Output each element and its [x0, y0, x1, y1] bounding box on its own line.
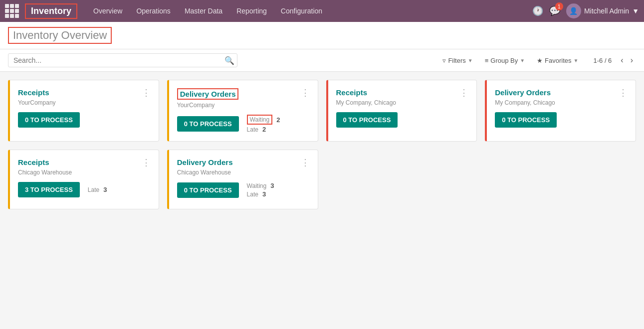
- card-company: YourCompany: [18, 99, 151, 106]
- card-title[interactable]: Receipts: [18, 158, 49, 166]
- card-company: My Company, Chicago: [336, 99, 469, 106]
- card-header: Receipts ⋮: [18, 88, 151, 97]
- card-company: Chicago Warehouse: [177, 169, 310, 176]
- nav-overview[interactable]: Overview: [87, 4, 128, 18]
- card-card-2: Delivery Orders ⋮ YourCompany 0 TO PROCE…: [167, 80, 318, 142]
- status-group: Waiting 2 Late 2: [247, 115, 280, 133]
- status-count: 3: [262, 190, 266, 198]
- status-row: Waiting 2: [247, 115, 280, 125]
- favorites-label: Favorites: [545, 57, 571, 64]
- card-body: 3 TO PROCESS Late 3: [18, 182, 151, 197]
- filter-actions: ▿ Filters ▼ ≡ Group By ▼ ★ Favorites ▼ 1…: [437, 54, 636, 67]
- nav-master-data[interactable]: Master Data: [179, 4, 228, 18]
- status-label: Late: [88, 186, 99, 193]
- card-header: Receipts ⋮: [18, 158, 151, 167]
- user-menu[interactable]: 👤 Mitchell Admin ▼: [566, 3, 639, 18]
- card-title[interactable]: Receipts: [18, 88, 49, 97]
- status-row: Late 3: [247, 190, 274, 198]
- card-header: Delivery Orders ⋮: [177, 88, 310, 100]
- status-group: Waiting 3 Late 3: [247, 182, 274, 198]
- cards-grid: Receipts ⋮ YourCompany 0 TO PROCESS Deli…: [8, 80, 636, 209]
- card-body: 0 TO PROCESS Waiting 2 Late 2: [177, 115, 310, 133]
- user-avatar: 👤: [566, 3, 581, 18]
- card-card-5: Receipts ⋮ Chicago Warehouse 3 TO PROCES…: [8, 150, 159, 209]
- card-menu-icon[interactable]: ⋮: [301, 88, 310, 97]
- filters-caret: ▼: [468, 58, 473, 63]
- card-company: Chicago Warehouse: [18, 169, 151, 176]
- process-button[interactable]: 0 TO PROCESS: [177, 182, 239, 198]
- card-menu-icon[interactable]: ⋮: [142, 158, 151, 167]
- card-company: YourCompany: [177, 102, 310, 109]
- card-title[interactable]: Delivery Orders: [177, 158, 233, 166]
- status-row: Late 2: [247, 126, 280, 133]
- clock-icon[interactable]: 🕐: [532, 5, 543, 16]
- favorites-caret: ▼: [574, 58, 579, 63]
- card-title[interactable]: Delivery Orders: [177, 88, 239, 100]
- content-area: Receipts ⋮ YourCompany 0 TO PROCESS Deli…: [0, 72, 644, 217]
- group-by-icon: ≡: [485, 57, 489, 64]
- search-icon[interactable]: 🔍: [224, 56, 234, 65]
- group-by-button[interactable]: ≡ Group By ▼: [480, 54, 530, 67]
- card-header: Delivery Orders ⋮: [177, 158, 310, 167]
- process-button[interactable]: 0 TO PROCESS: [495, 112, 557, 128]
- card-menu-icon[interactable]: ⋮: [459, 88, 468, 97]
- favorites-button[interactable]: ★ Favorites ▼: [532, 54, 583, 67]
- process-button[interactable]: 0 TO PROCESS: [336, 112, 398, 128]
- status-count: 3: [270, 182, 274, 189]
- card-menu-icon[interactable]: ⋮: [301, 158, 310, 167]
- filters-button[interactable]: ▿ Filters ▼: [437, 54, 477, 67]
- page-title: Inventory Overview: [8, 27, 112, 44]
- card-menu-icon[interactable]: ⋮: [619, 88, 628, 97]
- status-label: Waiting: [247, 182, 267, 189]
- card-card-1: Receipts ⋮ YourCompany 0 TO PROCESS: [8, 80, 159, 142]
- prev-page-button[interactable]: ‹: [618, 55, 626, 66]
- navbar: Inventory Overview Operations Master Dat…: [0, 0, 644, 22]
- status-label: Late: [247, 191, 258, 198]
- card-body: 0 TO PROCESS Waiting 3 Late 3: [177, 182, 310, 198]
- user-name: Mitchell Admin: [584, 7, 629, 15]
- status-group: Late 3: [88, 186, 107, 193]
- card-header: Receipts ⋮: [336, 88, 469, 97]
- favorites-icon: ★: [537, 57, 543, 64]
- card-body: 0 TO PROCESS: [18, 112, 151, 128]
- nav-reporting[interactable]: Reporting: [230, 4, 273, 18]
- apps-icon[interactable]: [5, 4, 19, 18]
- card-title[interactable]: Receipts: [336, 88, 368, 97]
- filters-label: Filters: [448, 57, 465, 64]
- nav-operations[interactable]: Operations: [130, 4, 176, 18]
- pagination-controls: ‹ ›: [618, 55, 636, 66]
- group-by-caret: ▼: [520, 58, 525, 63]
- chat-icon[interactable]: 💬 1: [549, 5, 560, 16]
- status-label: Late: [247, 126, 258, 133]
- card-card-3: Receipts ⋮ My Company, Chicago 0 TO PROC…: [326, 80, 477, 142]
- next-page-button[interactable]: ›: [628, 55, 636, 66]
- status-count: 3: [103, 186, 107, 193]
- navbar-right: 🕐 💬 1 👤 Mitchell Admin ▼: [532, 3, 639, 18]
- card-menu-icon[interactable]: ⋮: [142, 88, 151, 97]
- card-title[interactable]: Delivery Orders: [495, 88, 551, 97]
- main-nav: Overview Operations Master Data Reportin…: [87, 4, 532, 18]
- process-button[interactable]: 0 TO PROCESS: [18, 112, 80, 128]
- card-body: 0 TO PROCESS: [495, 112, 628, 128]
- process-button[interactable]: 3 TO PROCESS: [18, 182, 80, 197]
- brand-logo[interactable]: Inventory: [25, 3, 77, 19]
- group-by-label: Group By: [490, 57, 518, 64]
- status-count: 2: [262, 126, 266, 133]
- filter-bar: 🔍 ▿ Filters ▼ ≡ Group By ▼ ★ Favorites ▼…: [0, 49, 644, 72]
- card-header: Delivery Orders ⋮: [495, 88, 628, 97]
- pagination-info: 1-6 / 6: [593, 57, 612, 64]
- search-wrapper: 🔍: [8, 53, 237, 67]
- sub-header: Inventory Overview: [0, 22, 644, 49]
- chat-badge: 1: [555, 2, 563, 10]
- filter-icon: ▿: [442, 57, 446, 64]
- status-count: 2: [276, 116, 280, 124]
- nav-configuration[interactable]: Configuration: [275, 4, 328, 18]
- search-input[interactable]: [8, 53, 237, 67]
- card-company: My Company, Chicago: [495, 99, 628, 106]
- status-row: Late 3: [88, 186, 107, 193]
- process-button[interactable]: 0 TO PROCESS: [177, 116, 239, 132]
- status-row: Waiting 3: [247, 182, 274, 189]
- card-card-6: Delivery Orders ⋮ Chicago Warehouse 0 TO…: [167, 150, 318, 209]
- status-label: Waiting: [247, 115, 273, 125]
- card-card-4: Delivery Orders ⋮ My Company, Chicago 0 …: [485, 80, 636, 142]
